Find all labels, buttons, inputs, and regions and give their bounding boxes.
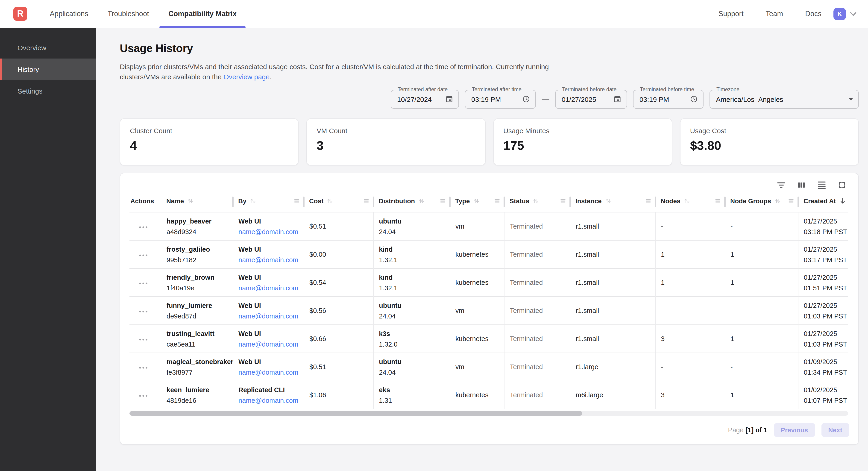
link-support[interactable]: Support: [718, 10, 744, 18]
sidebar-item-overview[interactable]: Overview: [0, 37, 96, 59]
link-team[interactable]: Team: [766, 10, 783, 18]
by-cell: Web UIname@domain.com: [232, 297, 304, 325]
sort-icon[interactable]: [533, 198, 539, 204]
column-menu-icon[interactable]: [560, 198, 566, 204]
column-menu-icon[interactable]: [715, 198, 720, 204]
account-menu[interactable]: K: [833, 0, 857, 28]
column-header-label: Cost: [309, 198, 323, 205]
density-icon[interactable]: [817, 180, 826, 189]
type-value: kubernetes: [456, 391, 489, 399]
clock-icon[interactable]: [522, 95, 530, 103]
calendar-icon[interactable]: [613, 95, 621, 103]
column-menu-icon[interactable]: [440, 198, 445, 204]
name-cell: trusting_leavittcae5ea11: [161, 325, 232, 353]
column-header-cost[interactable]: Cost: [304, 192, 373, 212]
created-by-email-link[interactable]: name@domain.com: [239, 369, 300, 376]
sort-icon[interactable]: [327, 198, 333, 204]
node-groups-cell: 1: [725, 325, 798, 353]
overview-page-link[interactable]: Overview page: [223, 73, 270, 81]
timezone-select[interactable]: Timezone America/Los_Angeles: [710, 90, 859, 109]
stat-card-vm-count: VM Count 3: [307, 118, 486, 165]
distribution-cell: eks1.31: [373, 381, 450, 409]
column-menu-icon[interactable]: [364, 198, 369, 204]
sort-icon[interactable]: [187, 198, 193, 204]
more-horizontal-icon: [139, 366, 148, 369]
created-by-email-link[interactable]: name@domain.com: [239, 340, 300, 348]
tab-troubleshoot[interactable]: Troubleshoot: [98, 0, 159, 28]
calendar-icon[interactable]: [445, 95, 453, 103]
sidebar-item-settings[interactable]: Settings: [0, 80, 96, 102]
tab-compatibility-matrix[interactable]: Compatibility Matrix: [159, 0, 246, 28]
columns-icon[interactable]: [797, 180, 806, 189]
table-row: funny_lumierede9ed87d Web UIname@domain.…: [129, 297, 848, 325]
created-by-email-link[interactable]: name@domain.com: [239, 396, 300, 404]
row-actions-button[interactable]: [137, 364, 150, 371]
clock-icon[interactable]: [690, 95, 698, 103]
row-actions-button[interactable]: [137, 392, 150, 399]
terminated-before-time-field[interactable]: Terminated before time 03:19 PM: [633, 90, 704, 109]
sort-icon[interactable]: [684, 198, 690, 204]
column-header-status[interactable]: Status: [504, 192, 570, 212]
sort-icon[interactable]: [774, 198, 781, 204]
terminated-after-time-field[interactable]: Terminated after time 03:19 PM: [465, 90, 536, 109]
sort-icon[interactable]: [605, 198, 611, 204]
created-by-email-link[interactable]: name@domain.com: [239, 284, 300, 292]
chevron-down-icon[interactable]: [850, 12, 857, 16]
column-menu-icon[interactable]: [788, 198, 794, 204]
filter-icon[interactable]: [777, 180, 785, 189]
field-label: Terminated after time: [469, 86, 524, 92]
horizontal-scrollbar-track[interactable]: [129, 411, 848, 416]
tab-label: Troubleshoot: [107, 10, 149, 18]
cluster-name: funny_lumiere: [166, 302, 229, 309]
sort-icon[interactable]: [250, 198, 256, 204]
cluster-id: fe3f8977: [166, 369, 229, 376]
column-header-nodes[interactable]: Nodes: [655, 192, 725, 212]
column-header-name[interactable]: Name: [161, 192, 232, 212]
next-page-button[interactable]: Next: [821, 423, 849, 437]
terminated-before-date-field[interactable]: Terminated before date 01/27/2025: [555, 90, 627, 109]
created-by-email-link[interactable]: name@domain.com: [239, 256, 300, 263]
column-menu-icon[interactable]: [294, 198, 300, 204]
app-root: R Applications Troubleshoot Compatibilit…: [0, 0, 868, 471]
replicated-logo[interactable]: R: [13, 7, 27, 21]
fullscreen-icon[interactable]: [838, 180, 846, 189]
previous-page-button[interactable]: Previous: [774, 423, 815, 437]
cost-value: $0.51: [309, 223, 326, 230]
sort-icon[interactable]: [473, 198, 479, 204]
row-actions-button[interactable]: [137, 336, 150, 343]
link-docs[interactable]: Docs: [805, 10, 822, 18]
avatar[interactable]: K: [833, 8, 846, 20]
column-menu-icon[interactable]: [646, 198, 651, 204]
column-menu-icon[interactable]: [494, 198, 500, 204]
dropdown-arrow-icon[interactable]: [849, 98, 853, 100]
nodes-cell: 3: [655, 325, 725, 353]
column-header-label: Nodes: [661, 198, 681, 205]
row-actions-button[interactable]: [137, 224, 150, 230]
status-cell: Terminated: [504, 381, 570, 409]
created-date: 01/02/2025: [804, 386, 844, 393]
column-header-created-at[interactable]: Created At: [798, 192, 848, 212]
tab-applications[interactable]: Applications: [40, 0, 98, 28]
table-row: happy_beavera48d9324 Web UIname@domain.c…: [129, 212, 848, 240]
cost-value: $0.00: [309, 251, 326, 258]
created-by-email-link[interactable]: name@domain.com: [239, 228, 300, 235]
node-groups-value: -: [731, 363, 733, 371]
sort-icon[interactable]: [418, 198, 425, 204]
sort-desc-icon[interactable]: [839, 198, 846, 205]
terminated-after-date-field[interactable]: Terminated after date 10/27/2024: [391, 90, 459, 109]
row-actions-button[interactable]: [137, 252, 150, 258]
instance-cell: m6i.large: [570, 381, 655, 409]
created-by-source: Web UI: [239, 217, 300, 225]
column-header-distribution[interactable]: Distribution: [373, 192, 450, 212]
created-date: 01/27/2025: [804, 245, 844, 253]
created-by-email-link[interactable]: name@domain.com: [239, 312, 300, 320]
sidebar-item-history[interactable]: History: [0, 59, 96, 80]
column-header-by[interactable]: By: [232, 192, 304, 212]
horizontal-scrollbar-thumb[interactable]: [129, 411, 582, 416]
column-header-instance[interactable]: Instance: [570, 192, 655, 212]
instance-cell: r1.small: [570, 268, 655, 297]
row-actions-button[interactable]: [137, 308, 150, 315]
column-header-type[interactable]: Type: [450, 192, 504, 212]
column-header-node-groups[interactable]: Node Groups: [725, 192, 798, 212]
row-actions-button[interactable]: [137, 280, 150, 287]
